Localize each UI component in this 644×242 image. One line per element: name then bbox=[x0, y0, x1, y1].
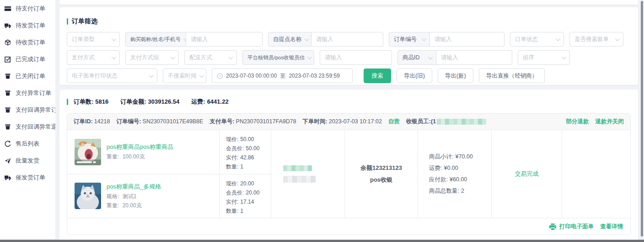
sidebar-item-label: 支付异常订单 bbox=[16, 89, 51, 97]
price-label: 会员价: bbox=[226, 145, 244, 152]
sort-select[interactable]: 排序 bbox=[518, 50, 570, 65]
horizontal-scrollbar[interactable] bbox=[0, 240, 644, 242]
sidebar-item-callback-error-order[interactable]: 支付回调异常订单 bbox=[0, 101, 55, 118]
price-line: 会员价:20.00 bbox=[226, 188, 271, 197]
sidebar-item-aftersale[interactable]: 售后列表 bbox=[0, 135, 55, 152]
totals-value: ¥70.00 bbox=[455, 153, 472, 160]
product-id-combo: 商品ID bbox=[397, 50, 512, 65]
spec-label: 规格: bbox=[107, 193, 119, 200]
chevron-down-icon bbox=[229, 55, 233, 59]
totals-line: 运费:¥0.00 bbox=[429, 163, 491, 174]
stat-value: 6441.22 bbox=[207, 98, 229, 105]
pay-method-select[interactable]: 支付方式 bbox=[67, 50, 120, 65]
verifier-search-input[interactable] bbox=[320, 50, 392, 65]
truck-icon bbox=[4, 22, 11, 29]
sidebar-item-pending-ship[interactable]: 待发货订单 bbox=[0, 17, 55, 34]
sidebar-item-label: 催发货订单 bbox=[16, 174, 45, 182]
price-label: 实付: bbox=[226, 154, 238, 161]
time-mode-label: 不搜索时间 bbox=[168, 72, 197, 80]
stat-order-count: 订单数:5816 bbox=[72, 98, 108, 106]
chevron-down-icon bbox=[556, 37, 560, 41]
accent-bar bbox=[67, 99, 68, 105]
cashier-label: 收银员工:(1 bbox=[406, 118, 436, 126]
sidebar-item-pending-payment[interactable]: 待支付订单 bbox=[0, 0, 55, 17]
bucket-icon bbox=[4, 89, 11, 97]
order-no-search-input[interactable] bbox=[430, 32, 504, 47]
stat-label: 订单数: bbox=[74, 98, 93, 105]
sidebar-item-completed[interactable]: 已完成订单 bbox=[0, 51, 55, 68]
export-old-button[interactable]: 导出(旧) bbox=[397, 68, 432, 83]
price-line: 实付:17.14 bbox=[226, 197, 271, 206]
payment-column: 余额123213123 pos收银 bbox=[345, 130, 418, 218]
payment-channel-line: pos收银 bbox=[370, 174, 392, 186]
totals-value: ¥0.00 bbox=[444, 165, 458, 171]
delivery-label: 配送方式 bbox=[189, 54, 212, 62]
date-separator: 至 bbox=[280, 72, 285, 80]
sidebar-item-pending-receive[interactable]: 待收货订单 bbox=[0, 34, 55, 51]
vertical-scrollbar[interactable] bbox=[641, 1, 643, 237]
totals-label: 商品小计: bbox=[429, 153, 453, 160]
bucket-icon bbox=[4, 106, 11, 114]
filter-title-text: 订单筛选 bbox=[72, 17, 97, 26]
product-image[interactable] bbox=[75, 139, 101, 165]
product-name-link[interactable]: pos称重商品_多规格 bbox=[107, 182, 161, 191]
status-column: 交易完成 bbox=[492, 130, 562, 218]
partial-refund-link[interactable]: 部分退款 bbox=[566, 118, 589, 126]
product-id-field-select[interactable]: 商品ID bbox=[397, 50, 436, 65]
eprint-status-select[interactable]: 电子面单打印状态 bbox=[67, 68, 157, 83]
stat-order-amount: 订单金额:3039126.54 bbox=[118, 98, 179, 106]
time-mode-select[interactable]: 不搜索时间 bbox=[163, 68, 206, 83]
totals-line: 商品总数量:2 bbox=[429, 185, 491, 197]
sidebar-item-closed[interactable]: 已关闭订单 bbox=[0, 68, 55, 84]
product-id-input[interactable] bbox=[436, 50, 512, 65]
sidebar-item-label: 批量发货 bbox=[16, 157, 39, 165]
sidebar-item-callback-error-refund[interactable]: 支付回调异常退款 bbox=[0, 118, 55, 135]
buyer-field-select[interactable]: 购买昵称/姓名/手机号 bbox=[125, 32, 186, 47]
view-detail-link[interactable]: 查看详情 bbox=[600, 223, 623, 231]
package-icon bbox=[4, 39, 11, 46]
chevron-down-icon bbox=[112, 37, 116, 41]
actions-column bbox=[562, 130, 630, 218]
first-order-select[interactable]: 是否搜索首单 bbox=[569, 32, 623, 47]
price-value: 20.00 bbox=[240, 180, 254, 187]
order-type-select[interactable]: 订单类型 bbox=[67, 32, 120, 47]
sidebar-item-label: 已关闭订单 bbox=[16, 72, 45, 80]
delivery-select[interactable]: 配送方式 bbox=[184, 50, 237, 65]
sidebar: 待支付订单 待发货订单 待收货订单 已完成订单 已关闭订单 支付异常订单 支付回… bbox=[0, 0, 56, 239]
pickup-search-input[interactable] bbox=[311, 32, 383, 47]
filter-row-2: 支付方式 支付方式组 配送方式 平台核销员/pos收银员信 商品ID 排序 bbox=[67, 50, 631, 65]
stat-value: 5816 bbox=[95, 98, 108, 105]
totals-line: 应付款:¥60.00 bbox=[429, 174, 491, 185]
order-time-value: 2023-07-03 10:17:02 bbox=[329, 118, 382, 125]
self-operated-tag: 自营 bbox=[388, 118, 400, 126]
pickup-field-select[interactable]: 自提点名称 bbox=[268, 32, 311, 47]
totals-label: 运费: bbox=[429, 165, 442, 171]
print-eorder-link[interactable]: 打印电子面单 bbox=[549, 223, 594, 231]
pay-group-label: 支付方式组 bbox=[130, 54, 159, 62]
date-range-picker[interactable]: 2023-07-03 00:00:00 至 2023-07-03 23:59:5… bbox=[212, 68, 353, 83]
search-button[interactable]: 搜索 bbox=[364, 68, 391, 83]
export-new-button[interactable]: 导出(新) bbox=[438, 68, 473, 83]
sidebar-item-label: 待收货订单 bbox=[16, 38, 45, 47]
product-name-link[interactable]: pos称重商品pos称重商品 bbox=[107, 142, 173, 151]
refund-close-link[interactable]: 退款并关闭 bbox=[596, 118, 624, 126]
product-zone: pos称重商品pos称重商品 重量: 100.00克 现价:50.00 会员价:… bbox=[67, 130, 271, 218]
product-image[interactable] bbox=[75, 183, 101, 209]
sidebar-item-label: 已完成订单 bbox=[16, 55, 45, 63]
verifier-select[interactable]: 平台核销员/pos收银员信 bbox=[242, 50, 314, 65]
pay-group-select[interactable]: 支付方式组 bbox=[125, 50, 179, 65]
product-text: pos称重商品_多规格 规格: 测试1 重量: 20.00克 bbox=[107, 182, 161, 210]
sidebar-item-pay-error[interactable]: 支付异常订单 bbox=[0, 84, 55, 101]
sidebar-item-urge-ship[interactable]: 催发货订单 bbox=[0, 169, 55, 186]
order-pay-value: PN2307031017FA9D78 bbox=[236, 118, 296, 125]
order-status-select[interactable]: 订单状态 bbox=[510, 32, 564, 47]
export-direct-button[interactable]: 导出直推（经销商） bbox=[479, 68, 545, 83]
truck-icon bbox=[4, 174, 11, 181]
order-no-field-select[interactable]: 订单编号 bbox=[389, 32, 430, 47]
buyer-search-input[interactable] bbox=[186, 32, 263, 47]
product-id-field-label: 商品ID bbox=[402, 54, 420, 62]
sidebar-item-batch-ship[interactable]: 批量发货 bbox=[0, 152, 55, 169]
order-no-search-combo: 订单编号 bbox=[389, 32, 504, 47]
buyer-field-label: 购买昵称/姓名/手机号 bbox=[130, 36, 181, 43]
order-id-label: 订单ID: bbox=[74, 118, 93, 125]
